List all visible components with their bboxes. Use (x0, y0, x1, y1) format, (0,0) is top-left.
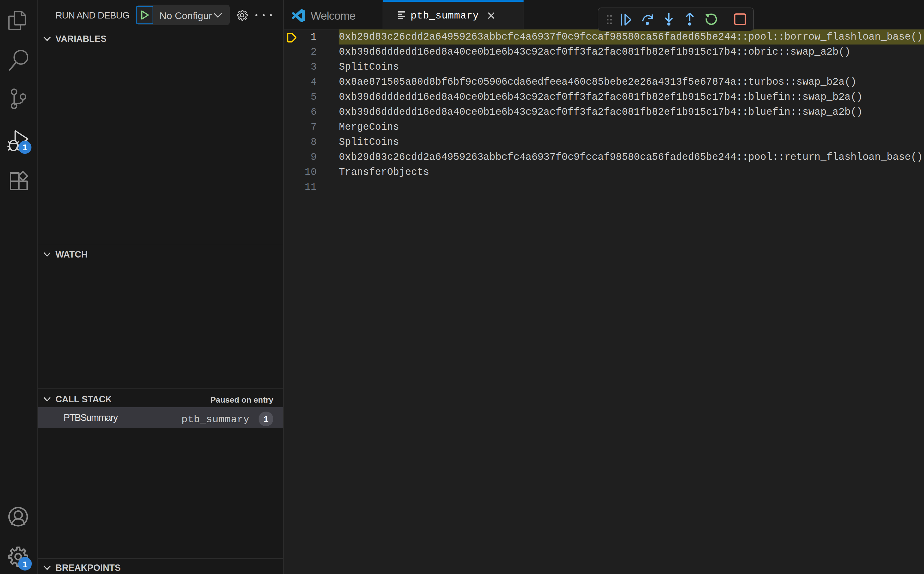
svg-text:1: 1 (22, 142, 27, 152)
